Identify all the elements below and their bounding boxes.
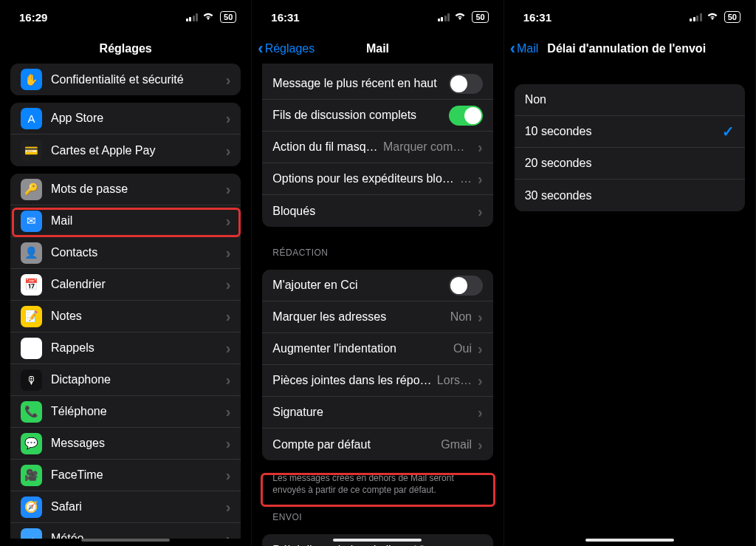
- row-label: Météo: [51, 532, 220, 539]
- settings-row[interactable]: Compte par défautGmail›: [262, 429, 492, 460]
- row-label: Marquer les adresses: [272, 310, 445, 324]
- settings-row[interactable]: 🎙Dictaphone›: [10, 364, 241, 396]
- option-row[interactable]: Non: [515, 84, 745, 116]
- page-title: Délai d'annulation de l'envoi: [547, 42, 706, 55]
- status-indicators: 50: [690, 11, 740, 23]
- app-icon: 🎥: [21, 465, 42, 486]
- chevron-right-icon: ›: [226, 404, 231, 419]
- app-icon: ☑: [21, 338, 42, 359]
- settings-row[interactable]: ✋Confidentialité et sécurité›: [10, 64, 241, 95]
- row-label: Confidentialité et sécurité: [51, 73, 220, 86]
- app-icon: 💬: [21, 433, 42, 454]
- page-title: Réglages: [100, 42, 152, 55]
- battery-indicator: 50: [472, 11, 488, 23]
- settings-row[interactable]: Message le plus récent en haut: [262, 68, 492, 100]
- app-icon: 🎙: [21, 369, 42, 391]
- row-label: Bloqués: [272, 205, 472, 218]
- option-label: Non: [525, 93, 735, 106]
- chevron-right-icon: ›: [478, 543, 483, 546]
- home-indicator[interactable]: [81, 539, 170, 542]
- chevron-right-icon: ›: [226, 531, 231, 539]
- back-label: Réglages: [265, 42, 315, 55]
- row-label: Mots de passe: [51, 182, 220, 196]
- chevron-right-icon: ›: [226, 182, 231, 197]
- nav-bar: ‹ Mail Délai d'annulation de l'envoi: [504, 34, 755, 64]
- settings-row[interactable]: AApp Store›: [10, 103, 241, 134]
- settings-row[interactable]: Augmenter l'indentationOui›: [262, 333, 492, 365]
- settings-row[interactable]: 👤Contacts›: [10, 237, 241, 269]
- section-footer-default-account: Les messages créés en dehors de Mail ser…: [252, 468, 503, 499]
- settings-row[interactable]: Marquer les adressesNon›: [262, 301, 492, 333]
- status-time: 16:29: [19, 11, 47, 24]
- row-label: Safari: [51, 500, 220, 513]
- chevron-right-icon: ›: [478, 140, 483, 154]
- settings-row[interactable]: M'ajouter en Cci: [262, 270, 492, 301]
- row-label: Augmenter l'indentation: [272, 342, 449, 355]
- chevron-right-icon: ›: [226, 499, 231, 514]
- row-detail: Gmail: [441, 438, 472, 451]
- nav-bar: Réglages: [0, 34, 251, 64]
- option-row[interactable]: 10 secondes✓: [515, 116, 745, 148]
- toggle-switch[interactable]: [449, 74, 483, 94]
- option-row[interactable]: 20 secondes: [515, 148, 745, 180]
- row-label: Message le plus récent en haut: [272, 77, 448, 90]
- settings-group-apps: 🔑Mots de passe›✉Mail›👤Contacts›📅Calendri…: [10, 174, 241, 539]
- chevron-right-icon: ›: [226, 309, 231, 324]
- settings-row[interactable]: ✉Mail›: [10, 205, 241, 237]
- row-label: Notes: [51, 310, 220, 323]
- status-bar: 16:31 50: [252, 0, 503, 34]
- settings-row[interactable]: 💬Messages›: [10, 428, 241, 460]
- settings-row[interactable]: 📝Notes›: [10, 301, 241, 332]
- settings-row[interactable]: 🎥FaceTime›: [10, 460, 241, 491]
- settings-row[interactable]: 💳Cartes et Apple Pay›: [10, 134, 241, 166]
- row-label: Options pour les expéditeurs bloqués: [272, 172, 456, 185]
- settings-row[interactable]: Fils de discussion complets: [262, 100, 492, 132]
- settings-row[interactable]: Options pour les expéditeurs bloqués…›: [262, 163, 492, 195]
- checkmark-icon: ✓: [722, 123, 735, 140]
- toggle-switch[interactable]: [449, 106, 483, 126]
- settings-row[interactable]: Pièces jointes dans les réponsesLors…›: [262, 365, 492, 397]
- cellular-icon: [690, 13, 702, 21]
- page-title: Mail: [366, 42, 389, 55]
- settings-row[interactable]: ☑Rappels›: [10, 332, 241, 364]
- mail-settings-screen: 16:31 50 ‹ Réglages Mail Message le plus…: [252, 0, 504, 546]
- row-label: Contacts: [51, 246, 220, 259]
- back-button[interactable]: ‹ Réglages: [258, 41, 315, 57]
- home-indicator[interactable]: [585, 539, 674, 542]
- option-row[interactable]: 30 secondes: [515, 180, 745, 211]
- option-label: 10 secondes: [525, 125, 722, 138]
- toggle-switch[interactable]: [449, 276, 483, 296]
- chevron-right-icon: ›: [478, 405, 483, 420]
- mail-composition-group: M'ajouter en CciMarquer les adressesNon›…: [262, 270, 492, 460]
- row-label: Messages: [51, 437, 220, 450]
- battery-indicator: 50: [220, 11, 236, 23]
- cellular-icon: [186, 13, 199, 21]
- section-header-redaction: Rédaction: [252, 234, 503, 262]
- row-label: M'ajouter en Cci: [272, 279, 448, 292]
- settings-row[interactable]: 📞Téléphone›: [10, 396, 241, 428]
- home-indicator[interactable]: [333, 539, 422, 542]
- status-time: 16:31: [271, 11, 299, 24]
- mail-threads-group: Message le plus récent en hautFils de di…: [262, 64, 492, 227]
- status-time: 16:31: [523, 11, 551, 24]
- row-label: App Store: [51, 112, 220, 125]
- row-detail: Marquer comme lu: [383, 140, 472, 154]
- wifi-icon: [454, 12, 466, 22]
- settings-row[interactable]: 📅Calendrier›: [10, 269, 241, 301]
- row-label: FaceTime: [51, 468, 220, 482]
- settings-row[interactable]: 🔑Mots de passe›: [10, 174, 241, 205]
- settings-row[interactable]: ☁Météo›: [10, 523, 241, 539]
- app-icon: 📅: [21, 274, 42, 296]
- chevron-right-icon: ›: [226, 245, 231, 260]
- chevron-right-icon: ›: [478, 437, 483, 452]
- back-button[interactable]: ‹ Mail: [510, 41, 539, 57]
- settings-row[interactable]: Bloqués›: [262, 195, 492, 227]
- settings-row[interactable]: 🧭Safari›: [10, 491, 241, 523]
- option-label: 20 secondes: [525, 157, 735, 170]
- row-detail: Non: [450, 310, 472, 324]
- settings-row[interactable]: Action du fil masquéMarquer comme lu›: [262, 132, 492, 163]
- settings-row[interactable]: Signature›: [262, 397, 492, 429]
- nav-bar: ‹ Réglages Mail: [252, 34, 503, 64]
- chevron-right-icon: ›: [478, 341, 483, 356]
- app-icon: A: [21, 108, 42, 129]
